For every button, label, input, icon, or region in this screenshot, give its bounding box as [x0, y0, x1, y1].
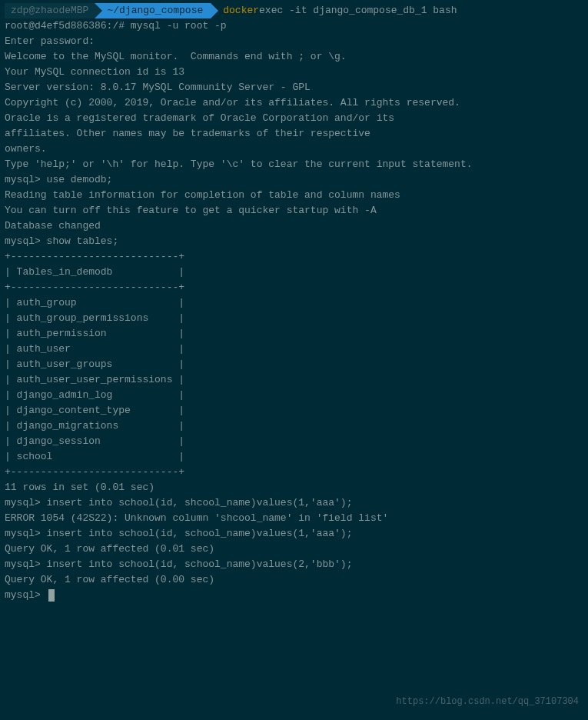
terminal-output: Welcome to the MySQL monitor. Commands e…	[5, 49, 583, 65]
table-header: | Tables_in_demodb |	[5, 265, 583, 280]
prompt-user-host: zdp@zhaodeMBP	[5, 3, 95, 18]
table-row: | auth_permission |	[5, 326, 583, 342]
table-row: | auth_group |	[5, 295, 583, 311]
command-args: exec -it django_compose_db_1 bash	[259, 3, 457, 18]
terminal-output: Query OK, 1 row affected (0.00 sec)	[5, 572, 583, 588]
terminal-output: Server version: 8.0.17 MySQL Community S…	[5, 80, 583, 95]
command-docker: docker	[223, 3, 259, 18]
prompt-path: ~/django_compose	[95, 3, 211, 18]
terminal-output: Type 'help;' or '\h' for help. Type '\c'…	[5, 157, 583, 172]
terminal-output: owners.	[5, 142, 583, 157]
table-row: | django_migrations |	[5, 418, 583, 434]
table-row: | auth_group_permissions |	[5, 311, 583, 326]
terminal-output: Enter password:	[5, 34, 583, 49]
terminal-output: Your MySQL connection id is 13	[5, 65, 583, 80]
watermark-text: https://blog.csdn.net/qq_37107304	[396, 694, 579, 709]
table-row: | auth_user_user_permissions |	[5, 372, 583, 388]
terminal-output: Oracle is a registered trademark of Orac…	[5, 111, 583, 126]
mysql-command: mysql> show tables;	[5, 234, 583, 249]
mysql-command: mysql> insert into school(id, shcool_nam…	[5, 495, 583, 511]
terminal-output: Query OK, 1 row affected (0.01 sec)	[5, 542, 583, 557]
table-row: | django_content_type |	[5, 403, 583, 418]
terminal-output: Copyright (c) 2000, 2019, Oracle and/or …	[5, 95, 583, 111]
table-row: | django_admin_log |	[5, 388, 583, 403]
terminal-output: Reading table information for completion…	[5, 188, 583, 203]
terminal-output: You can turn off this feature to get a q…	[5, 203, 583, 218]
terminal-output: 11 rows in set (0.01 sec)	[5, 480, 583, 495]
terminal-output: affiliates. Other names may be trademark…	[5, 126, 583, 142]
mysql-command: mysql> insert into school(id, school_nam…	[5, 526, 583, 542]
table-row: | auth_user |	[5, 342, 583, 357]
table-row: | django_session |	[5, 434, 583, 449]
table-border: +----------------------------+	[5, 280, 583, 295]
table-border: +----------------------------+	[5, 249, 583, 265]
mysql-error: ERROR 1054 (42S22): Unknown column 'shco…	[5, 511, 583, 526]
mysql-command: mysql> use demodb;	[5, 172, 583, 188]
mysql-prompt[interactable]: mysql>	[5, 588, 583, 603]
table-row: | auth_user_groups |	[5, 357, 583, 372]
terminal-output: root@d4ef5d886386:/# mysql -u root -p	[5, 18, 583, 34]
mysql-prompt-text: mysql>	[5, 589, 47, 601]
table-border: +----------------------------+	[5, 465, 583, 480]
mysql-command: mysql> insert into school(id, school_nam…	[5, 557, 583, 572]
table-row: | school |	[5, 449, 583, 465]
shell-prompt-line[interactable]: zdp@zhaodeMBP ~/django_compose docker ex…	[5, 3, 583, 18]
cursor-icon	[48, 589, 55, 602]
terminal-output: Database changed	[5, 218, 583, 234]
